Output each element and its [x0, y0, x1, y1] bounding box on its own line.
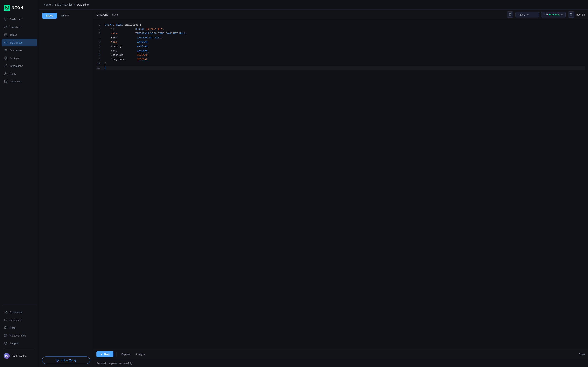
plus-circle-icon	[56, 359, 59, 362]
breadcrumb-current: SQL Editor	[77, 3, 90, 6]
breadcrumb-home[interactable]: Home	[43, 3, 51, 6]
code-line-3: 3 date TIMESTAMP WITH TIME ZONE NOT NULL…	[96, 32, 585, 36]
svg-point-10	[6, 50, 6, 51]
file-text-icon	[4, 326, 7, 330]
sidebar-item-operations[interactable]: Operations	[1, 47, 37, 54]
tab-history[interactable]: History	[57, 13, 72, 19]
sidebar-item-release-notes-label: Release notes	[10, 334, 26, 337]
line-content-4: slug VARCHAR NOT NULL,	[105, 36, 163, 40]
sidebar-item-integrations[interactable]: Integrations	[1, 62, 37, 69]
sidebar-item-tables[interactable]: Tables	[1, 31, 37, 38]
new-query-button[interactable]: + New Query	[42, 357, 90, 364]
code-line-11: 11	[96, 66, 585, 70]
users-icon	[4, 310, 7, 314]
svg-point-12	[5, 58, 6, 58]
code-line-1: 1 CREATE TABLE analytics (	[96, 23, 585, 27]
message-square-icon	[4, 318, 7, 322]
sliders-icon	[4, 49, 7, 52]
play-icon	[100, 353, 103, 355]
code-line-10: 10 )	[96, 62, 585, 66]
svg-point-34	[570, 13, 572, 14]
line-content-7: city VARCHAR,	[105, 49, 149, 53]
line-num-11: 11	[96, 66, 100, 70]
svg-point-15	[5, 72, 6, 73]
sidebar-item-feedback[interactable]: Feedback	[1, 316, 37, 324]
svg-rect-33	[509, 14, 511, 16]
run-separator	[116, 352, 117, 357]
svg-line-27	[6, 344, 7, 344]
sidebar-item-sql-editor[interactable]: SQL Editor	[1, 39, 37, 46]
code-line-2: 2 id SERIAL PRIMARY KEY,	[96, 27, 585, 32]
line-content-8: latitude DECIMAL,	[105, 53, 149, 57]
code-line-6: 6 country VARCHAR,	[96, 44, 585, 49]
analyze-button[interactable]: Analyze	[134, 352, 147, 357]
sidebar-item-operations-label: Operations	[10, 49, 22, 52]
svg-rect-1	[4, 18, 7, 20]
svg-rect-21	[6, 334, 7, 335]
sidebar-item-support[interactable]: Support	[1, 340, 37, 347]
branch-selector[interactable]: main...	[516, 12, 539, 17]
sidebar-item-databases-label: Databases	[10, 80, 22, 83]
settings-icon-button[interactable]	[507, 11, 513, 18]
sidebar-item-settings-label: Settings	[10, 57, 19, 60]
breadcrumb-sep-2: /	[74, 3, 75, 6]
save-button[interactable]: Save	[111, 12, 120, 17]
run-label: Run	[104, 353, 110, 356]
run-button[interactable]: Run	[96, 351, 113, 357]
sidebar-item-tables-label: Tables	[10, 33, 17, 36]
explain-button[interactable]: Explain	[120, 352, 131, 357]
sidebar-item-docs-label: Docs	[10, 326, 16, 329]
svg-point-25	[5, 343, 6, 344]
line-num-3: 3	[96, 32, 100, 36]
database-icon-button[interactable]	[568, 11, 574, 18]
result-area: Request completed successfully	[93, 359, 588, 367]
active-status-label: ACTIVE	[552, 13, 559, 16]
user-profile[interactable]: PS Paul Scanlon	[1, 351, 37, 361]
svg-rect-20	[4, 334, 5, 335]
code-icon	[4, 41, 7, 44]
line-num-2: 2	[96, 27, 100, 32]
breadcrumb-project[interactable]: Edge Analytics	[55, 3, 72, 6]
tab-saved[interactable]: Saved	[42, 13, 57, 19]
svg-line-26	[5, 342, 5, 343]
code-editor[interactable]: 1 CREATE TABLE analytics ( 2 id SERIAL P…	[93, 20, 588, 349]
role-selector[interactable]: RW ACTIVE	[541, 12, 566, 17]
line-num-6: 6	[96, 44, 100, 49]
logo[interactable]: NEON	[0, 3, 39, 16]
query-name: CREATE	[96, 13, 108, 16]
sidebar-item-branches[interactable]: Branches	[1, 23, 37, 31]
sidebar-item-roles-label: Roles	[10, 72, 16, 75]
svg-point-9	[5, 49, 6, 50]
line-num-10: 10	[96, 62, 100, 66]
query-list	[39, 19, 93, 353]
code-line-8: 8 latitude DECIMAL,	[96, 53, 585, 57]
sidebar-item-docs[interactable]: Docs	[1, 324, 37, 332]
svg-marker-35	[101, 353, 102, 355]
grid-icon	[4, 334, 7, 337]
line-content-1: CREATE TABLE analytics (	[105, 23, 141, 27]
line-num-9: 9	[96, 57, 100, 62]
sidebar-item-community[interactable]: Community	[1, 309, 37, 316]
line-content-5: flag VARCHAR,	[105, 40, 149, 44]
sidebar-item-roles[interactable]: Roles	[1, 70, 37, 77]
line-num-5: 5	[96, 40, 100, 44]
sidebar-item-settings[interactable]: Settings	[1, 54, 37, 62]
svg-rect-23	[6, 336, 7, 337]
logo-icon	[4, 5, 10, 11]
bottom-panel: Run Explain Analyze 31ms Request complet…	[93, 349, 588, 367]
content-area: Saved History + New Query CREATE Save	[39, 9, 588, 367]
sidebar-item-databases[interactable]: Databases	[1, 78, 37, 85]
sidebar-item-release-notes[interactable]: Release notes	[1, 332, 37, 339]
svg-rect-22	[4, 336, 5, 337]
sidebar-bottom: Community Feedback Docs	[0, 307, 39, 364]
svg-point-16	[4, 80, 7, 81]
result-message: Request completed successfully	[96, 362, 133, 365]
puzzle-icon	[4, 64, 7, 67]
code-line-7: 7 city VARCHAR,	[96, 49, 585, 53]
line-content-9: longitude DECIMAL	[105, 57, 147, 62]
sidebar-item-dashboard[interactable]: Dashboard	[1, 16, 37, 23]
user-name: Paul Scanlon	[12, 355, 27, 358]
chevron-down-icon	[527, 13, 529, 16]
sidebar-item-sql-editor-label: SQL Editor	[10, 41, 22, 44]
settings-small-icon	[509, 13, 511, 16]
